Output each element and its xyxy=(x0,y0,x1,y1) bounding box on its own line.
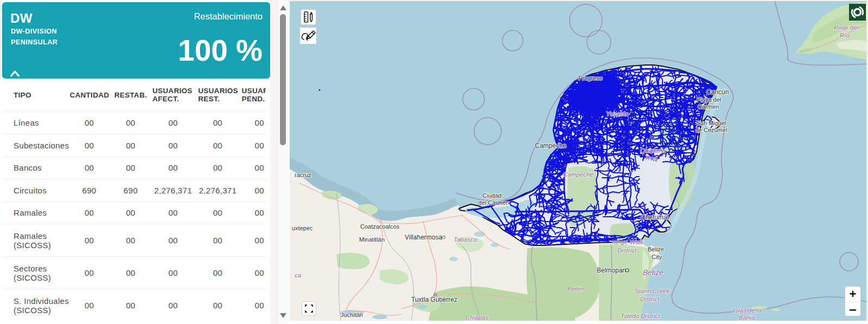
svg-text:Yucatán: Yucatán xyxy=(606,111,629,117)
svg-text:Bahia: Bahia xyxy=(739,314,755,321)
svg-text:Islas de la: Islas de la xyxy=(733,307,762,314)
svg-text:Tuxtla Gutiérrez: Tuxtla Gutiérrez xyxy=(411,296,457,303)
svg-text:Belize: Belize xyxy=(643,268,663,277)
svg-text:Coatzacoalcos: Coatzacoalcos xyxy=(360,223,400,230)
svg-text:Toledo District: Toledo District xyxy=(621,313,660,319)
svg-text:Chetumal: Chetumal xyxy=(641,213,668,221)
svg-text:Playa del: Playa del xyxy=(697,96,721,103)
svg-text:Quintana: Quintana xyxy=(640,147,666,154)
svg-text:Pinar del: Pinar del xyxy=(834,24,859,31)
svg-text:range Walk: range Walk xyxy=(612,239,644,245)
svg-text:Chiapas: Chiapas xyxy=(465,314,488,321)
svg-text:Tabasco: Tabasco xyxy=(454,236,477,243)
svg-text:Petén: Petén xyxy=(567,286,584,292)
svg-text:San Miguel: San Miguel xyxy=(696,120,726,126)
svg-text:ca: ca xyxy=(295,272,301,278)
svg-text:Campeche: Campeche xyxy=(563,171,593,178)
svg-text:Stann Creek: Stann Creek xyxy=(635,288,670,294)
svg-text:Ciudad: Ciudad xyxy=(483,192,502,199)
svg-text:de Cozumel: de Cozumel xyxy=(695,127,727,133)
svg-text:Juchitán: Juchitán xyxy=(341,312,363,318)
svg-text:District: District xyxy=(617,247,637,254)
svg-text:City: City xyxy=(652,254,662,260)
svg-text:Campeche: Campeche xyxy=(535,142,566,150)
svg-text:District: District xyxy=(640,296,660,302)
svg-text:Progreso: Progreso xyxy=(578,75,603,81)
svg-text:Villahermosa: Villahermosa xyxy=(405,234,442,241)
svg-text:Belmopan: Belmopan xyxy=(597,267,626,274)
svg-text:Minatitlán: Minatitlán xyxy=(359,236,385,243)
svg-text:Roo: Roo xyxy=(646,155,658,161)
svg-text:uxtepec: uxtepec xyxy=(292,225,313,231)
svg-text:racruz: racruz xyxy=(295,172,311,178)
svg-text:Cancún: Cancún xyxy=(706,88,729,96)
svg-text:Belize: Belize xyxy=(648,246,664,252)
svg-text:Río: Río xyxy=(840,32,850,38)
svg-text:del Carmen: del Carmen xyxy=(478,199,509,206)
svg-text:Carmen: Carmen xyxy=(698,103,719,110)
